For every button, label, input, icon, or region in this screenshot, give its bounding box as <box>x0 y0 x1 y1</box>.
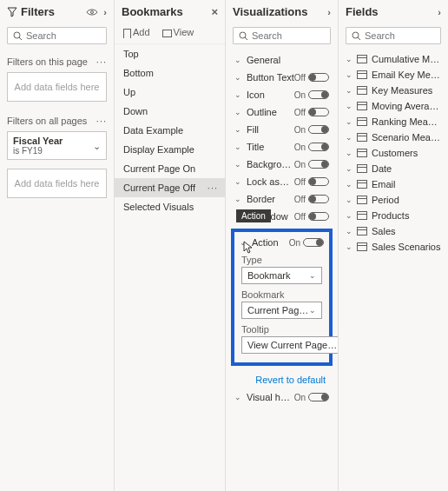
filters-this-page-label: Filters on this page··· <box>0 51 114 69</box>
chevron-down-icon: ⌄ <box>346 227 352 236</box>
table-icon <box>357 55 367 63</box>
format-row-label[interactable]: Lock aspe… <box>247 176 294 187</box>
bookmark-item[interactable]: Display Example <box>115 140 225 159</box>
chevron-down-icon[interactable]: ⌄ <box>234 143 243 151</box>
field-table-row[interactable]: ⌄Key Measures <box>339 83 448 98</box>
field-table-label: Cumulative Meas… <box>372 54 441 64</box>
action-tooltip-input[interactable]: View Current Page… <box>241 336 338 354</box>
toggle[interactable]: On <box>294 125 329 135</box>
search-icon <box>239 31 248 41</box>
toggle-shadow[interactable]: Off <box>294 212 329 222</box>
chevron-down-icon[interactable]: ⌄ <box>234 108 243 116</box>
toggle-visual-header[interactable]: On <box>294 393 329 402</box>
field-table-row[interactable]: ⌄Cumulative Meas… <box>339 51 448 67</box>
viz-search-input[interactable] <box>252 30 372 41</box>
field-table-label: Sales <box>372 226 441 236</box>
bookmark-item[interactable]: Top <box>115 44 225 63</box>
viz-search[interactable] <box>233 27 331 44</box>
chevron-down-icon: ⌄ <box>346 86 352 95</box>
field-table-row[interactable]: ⌄Email Key Measur… <box>339 67 448 83</box>
chevron-down-icon[interactable]: ⌄ <box>234 125 243 134</box>
bookmark-item[interactable]: Selected Visuals <box>115 197 225 216</box>
toggle[interactable]: Off <box>294 73 329 83</box>
eye-icon[interactable] <box>86 8 98 17</box>
table-icon <box>357 196 367 204</box>
action-type-select[interactable]: Bookmark⌄ <box>241 267 322 284</box>
format-row-label[interactable]: Icon <box>247 90 294 100</box>
field-table-row[interactable]: ⌄Customers <box>339 145 448 161</box>
format-row-label[interactable]: Backgrou… <box>247 159 294 169</box>
toggle[interactable]: On <box>294 160 329 169</box>
chevron-down-icon: ⌄ <box>309 306 316 315</box>
chevron-down-icon[interactable]: ⌄ <box>234 393 243 401</box>
toggle-action[interactable]: On <box>289 238 324 248</box>
toggle[interactable]: Off <box>294 177 329 187</box>
chevron-down-icon[interactable]: ⌄ <box>234 160 243 169</box>
filters-all-pages-well[interactable]: Add data fields here <box>7 169 107 198</box>
toggle[interactable]: Off <box>294 108 329 117</box>
bookmark-item[interactable]: Current Page Off <box>115 178 225 197</box>
filter-icon <box>7 7 17 17</box>
table-icon <box>357 149 367 157</box>
format-row-label[interactable]: Border <box>247 194 294 204</box>
format-row-visual-header[interactable]: Visual he… <box>247 392 294 402</box>
field-table-row[interactable]: ⌄Ranking Measures <box>339 114 448 129</box>
table-icon <box>357 211 367 220</box>
field-table-row[interactable]: ⌄Sales <box>339 223 448 239</box>
filters-this-page-well[interactable]: Add data fields here <box>7 72 107 102</box>
action-bookmark-label: Bookmark <box>241 289 322 300</box>
table-icon <box>357 86 367 95</box>
close-icon[interactable]: × <box>211 5 218 18</box>
action-tooltip: Action <box>236 209 271 222</box>
field-table-row[interactable]: ⌄Date <box>339 161 448 176</box>
chevron-down-icon: ⌄ <box>346 133 352 142</box>
field-table-row[interactable]: ⌄Moving Averages <box>339 98 448 114</box>
chevron-down-icon: ⌄ <box>346 164 352 173</box>
fields-search-input[interactable] <box>365 30 448 41</box>
format-row-action[interactable]: Action <box>252 237 289 248</box>
bookmark-item[interactable]: Current Page On <box>115 159 225 178</box>
action-bookmark-select[interactable]: Current Page On⌄ <box>241 302 322 319</box>
format-row-label[interactable]: Outline <box>247 107 294 117</box>
bookmark-item[interactable]: Data Example <box>115 121 225 140</box>
format-row-label[interactable]: General <box>247 55 329 65</box>
toggle[interactable]: On <box>294 90 329 100</box>
filters-all-pages-label: Filters on all pages··· <box>0 110 114 128</box>
chevron-down-icon[interactable]: ⌄ <box>234 73 243 82</box>
filters-search[interactable] <box>7 27 107 44</box>
field-table-row[interactable]: ⌄Email <box>339 176 448 192</box>
field-table-row[interactable]: ⌄Products <box>339 208 448 223</box>
chevron-right-icon[interactable]: › <box>438 7 441 17</box>
field-table-row[interactable]: ⌄Sales Scenarios <box>339 239 448 255</box>
chevron-down-icon: ⌄ <box>346 149 352 157</box>
bookmarks-title: Bookmarks <box>122 5 206 18</box>
chevron-down-icon[interactable]: ⌄ <box>234 177 243 186</box>
format-row-label[interactable]: Fill <box>247 124 294 135</box>
filter-card-fiscal-year[interactable]: Fiscal Year is FY19 ⌄ <box>7 131 107 160</box>
chevron-down-icon[interactable]: ⌄ <box>234 195 243 203</box>
format-row-label[interactable]: Button Text <box>247 72 294 83</box>
field-table-row[interactable]: ⌄Period <box>339 192 448 208</box>
format-row-label[interactable]: Title <box>247 142 294 152</box>
field-table-label: Moving Averages <box>372 101 441 111</box>
bookmark-item[interactable]: Bottom <box>115 63 225 83</box>
field-table-row[interactable]: ⌄Scenario Measures <box>339 129 448 145</box>
toggle[interactable]: On <box>294 143 329 152</box>
bookmark-add-button[interactable]: Add <box>123 27 150 38</box>
toggle[interactable]: Off <box>294 195 329 204</box>
filter-card-value: is FY19 <box>13 146 101 156</box>
add-icon <box>123 29 131 38</box>
bookmark-item[interactable]: Down <box>115 102 225 121</box>
chevron-down-icon[interactable]: ⌄ <box>234 90 243 99</box>
chevron-right-icon[interactable]: › <box>103 7 107 17</box>
chevron-down-icon[interactable]: ⌄ <box>234 56 243 64</box>
revert-to-default-link[interactable]: Revert to default <box>226 368 338 388</box>
visualizations-title: Visualizations <box>233 5 322 18</box>
svg-point-0 <box>91 10 94 13</box>
field-table-label: Period <box>372 195 441 205</box>
bookmark-view-button[interactable]: View <box>162 27 194 38</box>
table-icon <box>357 164 367 173</box>
chevron-down-icon: ⌄ <box>346 196 352 204</box>
chevron-right-icon[interactable]: › <box>327 7 331 17</box>
bookmark-item[interactable]: Up <box>115 83 225 102</box>
